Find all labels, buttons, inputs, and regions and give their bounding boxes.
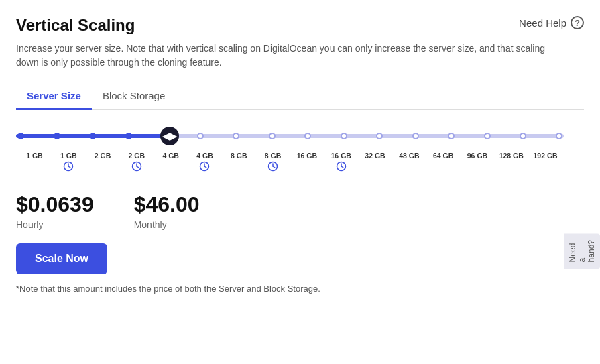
slider-dot-5[interactable] bbox=[197, 133, 204, 139]
need-help-button[interactable]: Need Help ? bbox=[519, 16, 584, 29]
slider-label-text-5: 4 GB bbox=[196, 151, 213, 160]
slider-dot-2[interactable] bbox=[89, 133, 96, 139]
slider-label-13: 96 GB bbox=[461, 151, 495, 172]
slider-label-text-8: 16 GB bbox=[297, 151, 317, 160]
slider-dot-15[interactable] bbox=[556, 133, 562, 139]
slider-label-text-10: 32 GB bbox=[365, 151, 385, 160]
slider-dot-6[interactable] bbox=[233, 133, 239, 139]
clock-icon-3 bbox=[131, 161, 142, 172]
slider-label-9: 16 GB bbox=[324, 151, 358, 172]
tab-block-storage[interactable]: Block Storage bbox=[92, 83, 176, 110]
description-text: Increase your server size. Note that wit… bbox=[16, 42, 566, 70]
clock-icon-9 bbox=[336, 161, 347, 172]
hourly-price-block: $0.0639 Hourly bbox=[16, 193, 94, 230]
slider-section: ◀▶ 1 GB1 GB 2 GB2 GB 4 GB4 GB 8 GB8 GB 1… bbox=[16, 126, 584, 172]
slider-label-1: 1 GB bbox=[52, 151, 86, 172]
slider-label-text-7: 8 GB bbox=[265, 151, 282, 160]
hourly-amount: $0.0639 bbox=[16, 193, 94, 217]
slider-label-8: 16 GB bbox=[290, 151, 324, 172]
svg-line-11 bbox=[273, 166, 275, 168]
clock-icon-7 bbox=[267, 161, 278, 172]
slider-label-text-0: 1 GB bbox=[26, 151, 43, 160]
svg-line-8 bbox=[204, 166, 206, 168]
slider-label-14: 128 GB bbox=[494, 151, 528, 172]
slider-dot-10[interactable] bbox=[376, 133, 383, 139]
slider-track-area[interactable]: ◀▶ bbox=[16, 126, 564, 146]
help-icon: ? bbox=[571, 16, 584, 29]
slider-label-text-4: 4 GB bbox=[162, 151, 179, 160]
scale-now-button[interactable]: Scale Now bbox=[16, 243, 107, 274]
slider-handle[interactable]: ◀▶ bbox=[160, 127, 179, 145]
slider-dot-12[interactable] bbox=[448, 133, 455, 139]
slider-label-11: 48 GB bbox=[392, 151, 426, 172]
slider-label-text-13: 96 GB bbox=[467, 151, 487, 160]
slider-track: ◀▶ bbox=[16, 134, 564, 138]
monthly-price-block: $46.00 Monthly bbox=[134, 193, 200, 230]
slider-label-text-14: 128 GB bbox=[499, 151, 524, 160]
slider-label-text-11: 48 GB bbox=[399, 151, 419, 160]
slider-label-3: 2 GB bbox=[119, 151, 154, 172]
slider-dot-7[interactable] bbox=[269, 133, 276, 139]
slider-dot-1[interactable] bbox=[54, 133, 60, 139]
slider-label-text-6: 8 GB bbox=[231, 151, 247, 160]
slider-dot-3[interactable] bbox=[125, 133, 132, 139]
slider-dots bbox=[16, 133, 564, 139]
hourly-label: Hourly bbox=[16, 219, 94, 230]
monthly-label: Monthly bbox=[134, 219, 200, 230]
slider-label-10: 32 GB bbox=[358, 151, 392, 172]
need-hand-tab[interactable]: Need a hand? bbox=[564, 233, 600, 269]
slider-label-12: 64 GB bbox=[426, 151, 461, 172]
slider-dot-13[interactable] bbox=[484, 133, 491, 139]
slider-dot-8[interactable] bbox=[304, 133, 311, 139]
slider-handle-icon: ◀▶ bbox=[162, 131, 177, 141]
clock-icon-1 bbox=[63, 161, 74, 172]
clock-icon-5 bbox=[199, 161, 210, 172]
slider-label-7: 8 GB bbox=[256, 151, 290, 172]
slider-label-text-1: 1 GB bbox=[60, 151, 77, 160]
slider-label-5: 4 GB bbox=[188, 151, 222, 172]
slider-label-4: 4 GB bbox=[154, 151, 188, 172]
slider-label-15: 192 GB bbox=[528, 151, 562, 172]
slider-label-6: 8 GB bbox=[222, 151, 256, 172]
slider-label-text-2: 2 GB bbox=[95, 151, 111, 160]
slider-label-0: 1 GB bbox=[17, 151, 52, 172]
svg-line-14 bbox=[341, 166, 343, 168]
slider-label-text-15: 192 GB bbox=[534, 151, 558, 160]
slider-label-text-9: 16 GB bbox=[331, 151, 351, 160]
footnote-text: *Note that this amount includes the pric… bbox=[16, 284, 584, 294]
svg-line-5 bbox=[137, 166, 139, 168]
page-title: Vertical Scaling bbox=[16, 16, 135, 35]
slider-dot-9[interactable] bbox=[341, 133, 347, 139]
slider-dot-11[interactable] bbox=[412, 133, 419, 139]
monthly-amount: $46.00 bbox=[134, 193, 200, 217]
slider-dot-0[interactable] bbox=[17, 133, 24, 139]
tab-server-size[interactable]: Server Size bbox=[16, 83, 92, 110]
pricing-row: $0.0639 Hourly $46.00 Monthly bbox=[16, 193, 584, 230]
svg-line-2 bbox=[68, 166, 70, 168]
slider-label-text-3: 2 GB bbox=[129, 151, 145, 160]
slider-dot-14[interactable] bbox=[520, 133, 526, 139]
slider-label-text-12: 64 GB bbox=[433, 151, 453, 160]
tabs-container: Server Size Block Storage bbox=[16, 83, 584, 110]
slider-label-2: 2 GB bbox=[86, 151, 120, 172]
slider-labels: 1 GB1 GB 2 GB2 GB 4 GB4 GB 8 GB8 GB 16 G… bbox=[16, 151, 564, 172]
need-help-label: Need Help bbox=[519, 17, 566, 29]
